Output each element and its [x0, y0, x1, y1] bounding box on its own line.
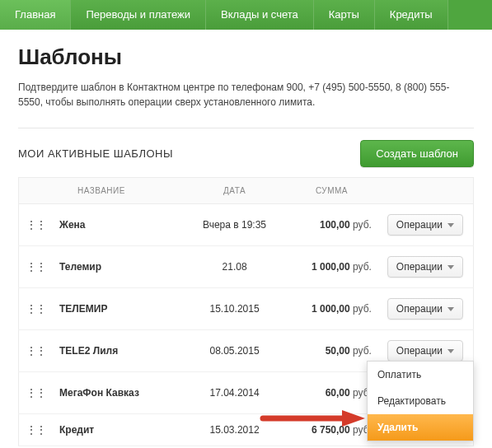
drag-handle-icon[interactable]: ⋮⋮ [19, 288, 54, 330]
template-sum: 100,00 руб. [285, 204, 378, 246]
drag-handle-icon[interactable]: ⋮⋮ [19, 414, 54, 446]
nav-deposits[interactable]: Вклады и счета [206, 0, 314, 30]
template-sum: 1 000,00 руб. [285, 288, 378, 330]
template-date: 21.08 [184, 246, 285, 288]
col-name: НАЗВАНИЕ [53, 178, 184, 204]
template-name: МегаФон Кавказ [53, 372, 184, 414]
template-name: Жена [53, 204, 184, 246]
template-date: 17.04.2014 [184, 372, 285, 414]
svg-marker-1 [342, 410, 365, 427]
drag-handle-icon[interactable]: ⋮⋮ [19, 246, 54, 288]
annotation-arrow-icon [260, 408, 367, 428]
nav-home[interactable]: Главная [0, 0, 71, 30]
table-row: ⋮⋮ЖенаВчера в 19:35100,00 руб.Операции [19, 204, 474, 246]
template-sum: 60,00 руб. [285, 372, 378, 414]
nav-cards[interactable]: Карты [314, 0, 375, 30]
chevron-down-icon [447, 349, 454, 353]
drag-handle-icon[interactable]: ⋮⋮ [19, 372, 54, 414]
chevron-down-icon [447, 223, 454, 227]
template-name: ТЕЛЕМИР [53, 288, 184, 330]
dropdown-delete[interactable]: Удалить [368, 414, 473, 441]
template-date: Вчера в 19:35 [184, 204, 285, 246]
col-date: ДАТА [184, 178, 285, 204]
chevron-down-icon [447, 307, 454, 311]
nav-credits[interactable]: Кредиты [375, 0, 448, 30]
chevron-down-icon [447, 265, 454, 269]
template-name: Кредит [53, 414, 184, 446]
main-nav: Главная Переводы и платежи Вклады и счет… [0, 0, 492, 30]
operations-button[interactable]: Операции [387, 214, 463, 236]
template-name: TELE2 Лиля [53, 330, 184, 372]
dropdown-edit[interactable]: Редактировать [368, 388, 473, 414]
active-templates-title: МОИ АКТИВНЫЕ ШАБЛОНЫ [18, 147, 173, 160]
operations-button[interactable]: Операции [387, 298, 463, 320]
operations-button[interactable]: Операции [387, 256, 463, 278]
create-template-button[interactable]: Создать шаблон [360, 140, 474, 167]
page-info: Подтвердите шаблон в Контактном центре п… [18, 80, 474, 110]
nav-payments[interactable]: Переводы и платежи [71, 0, 206, 30]
template-date: 15.10.2015 [184, 288, 285, 330]
operations-dropdown: Оплатить Редактировать Удалить [367, 361, 474, 441]
col-sum: СУММА [285, 178, 378, 204]
template-name: Телемир [53, 246, 184, 288]
dropdown-pay[interactable]: Оплатить [368, 362, 473, 388]
table-row: ⋮⋮ТЕЛЕМИР15.10.20151 000,00 руб.Операции [19, 288, 474, 330]
drag-handle-icon[interactable]: ⋮⋮ [19, 330, 54, 372]
drag-handle-icon[interactable]: ⋮⋮ [19, 204, 54, 246]
template-sum: 50,00 руб. [285, 330, 378, 372]
table-row: ⋮⋮Телемир21.081 000,00 руб.Операции [19, 246, 474, 288]
page-title: Шаблоны [18, 44, 474, 70]
template-sum: 1 000,00 руб. [285, 246, 378, 288]
template-date: 08.05.2015 [184, 330, 285, 372]
operations-button[interactable]: Операции [387, 340, 463, 362]
